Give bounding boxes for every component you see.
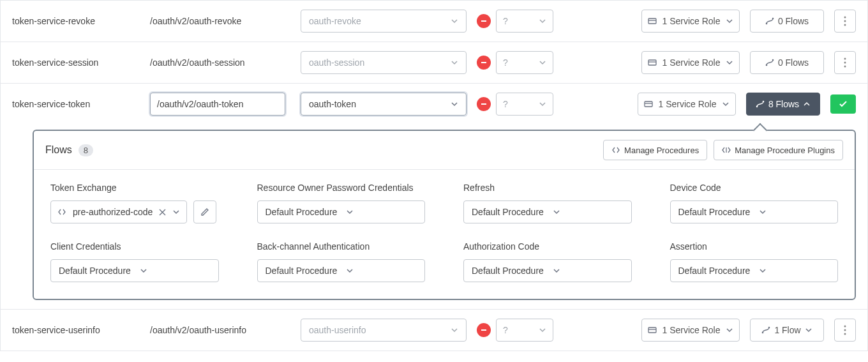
svg-point-13 <box>844 66 846 68</box>
svg-point-12 <box>844 62 846 64</box>
endpoint-name: token-service-session <box>12 57 140 68</box>
flow-item: Resource Owner Password Credentials Defa… <box>257 183 426 223</box>
role-icon <box>644 100 653 109</box>
row-menu-button[interactable] <box>834 51 856 74</box>
role-label: 1 Service Role <box>658 99 716 109</box>
endpoint-select-value: oauth-session <box>309 57 364 68</box>
flow-item: Device Code Default Procedure <box>670 183 839 223</box>
endpoint-select[interactable]: oauth-token <box>301 93 467 116</box>
svg-point-17 <box>763 101 765 103</box>
chevron-down-icon <box>346 208 354 216</box>
svg-point-20 <box>762 332 764 334</box>
status-indicator <box>477 323 491 337</box>
chevron-down-icon <box>346 267 354 275</box>
flows-body: Token Exchange pre-authorized-code Resou… <box>34 170 855 299</box>
procedure-tag-select[interactable]: pre-authorized-code <box>50 200 187 223</box>
flow-label: Resource Owner Password Credentials <box>257 183 426 193</box>
service-role-button[interactable]: 1 Service Role <box>638 93 736 116</box>
procedure-select[interactable]: Default Procedure <box>257 259 426 282</box>
procedure-value: Default Procedure <box>678 266 751 276</box>
flows-button[interactable]: 1 Flow <box>750 319 824 342</box>
procedure-select[interactable]: Default Procedure <box>463 259 632 282</box>
service-role-button[interactable]: 1 Service Role <box>641 10 740 33</box>
svg-point-9 <box>766 64 768 66</box>
svg-point-24 <box>844 333 846 335</box>
flow-item: Client Credentials Default Procedure <box>50 241 219 282</box>
flows-header: Flows 8 Manage Procedures Manage Procedu… <box>34 131 855 170</box>
endpoint-path: /oauth/v2/oauth-revoke <box>150 16 290 26</box>
flows-panel: Flows 8 Manage Procedures Manage Procedu… <box>33 130 856 300</box>
flows-title-group: Flows 8 <box>45 144 93 156</box>
role-icon <box>648 58 657 67</box>
endpoint-row-active: token-service-token oauth-token ? 1 Serv… <box>1 83 867 124</box>
procedure-value: Default Procedure <box>678 207 751 217</box>
endpoint-select[interactable]: oauth-session <box>301 51 467 74</box>
edit-procedure-button[interactable] <box>193 200 216 223</box>
chevron-down-icon <box>140 267 147 275</box>
endpoint-row: token-service-userinfo /oauth/v2/oauth-u… <box>1 309 867 351</box>
flow-label: Refresh <box>463 183 632 193</box>
flow-item-token-exchange: Token Exchange pre-authorized-code <box>50 183 219 223</box>
flow-icon <box>765 17 774 26</box>
flows-actions: Manage Procedures Manage Procedure Plugi… <box>603 140 843 160</box>
flow-item: Assertion Default Procedure <box>670 241 839 282</box>
flows-button[interactable]: 0 Flows <box>750 51 824 74</box>
status-indicator <box>477 56 491 70</box>
flow-item: Authorization Code Default Procedure <box>463 241 632 282</box>
status-select[interactable]: ? <box>496 319 553 342</box>
endpoints-table: token-service-revoke /oauth/v2/oauth-rev… <box>0 0 868 351</box>
procedure-select[interactable]: Default Procedure <box>670 200 839 223</box>
procedure-value: Default Procedure <box>266 207 338 217</box>
chevron-down-icon <box>539 326 546 334</box>
svg-point-5 <box>844 20 846 22</box>
chevron-up-icon <box>803 100 811 108</box>
commit-button[interactable] <box>830 94 856 114</box>
flows-label: 1 Flow <box>774 325 800 335</box>
flow-icon <box>765 58 774 67</box>
svg-point-10 <box>772 59 774 61</box>
row-menu-button[interactable] <box>834 319 856 342</box>
role-label: 1 Service Role <box>662 57 720 68</box>
close-icon[interactable] <box>159 209 166 216</box>
status-group: ? <box>477 10 553 33</box>
endpoint-select[interactable]: oauth-userinfo <box>301 319 467 342</box>
procedure-select[interactable]: Default Procedure <box>257 200 426 223</box>
status-indicator <box>477 97 491 111</box>
flows-button[interactable]: 0 Flows <box>750 10 824 33</box>
code-icon <box>611 146 620 155</box>
role-icon <box>648 326 657 335</box>
endpoint-select[interactable]: oauth-revoke <box>301 10 467 33</box>
svg-point-3 <box>772 18 774 20</box>
flow-label: Back-channel Authentication <box>257 241 426 252</box>
flow-label: Client Credentials <box>50 241 219 252</box>
procedure-select[interactable]: Default Procedure <box>50 259 219 282</box>
chevron-down-icon <box>451 326 458 334</box>
flow-item: Refresh Default Procedure <box>463 183 632 223</box>
service-role-button[interactable]: 1 Service Role <box>641 319 740 342</box>
status-select[interactable]: ? <box>496 10 553 33</box>
svg-rect-0 <box>648 19 656 24</box>
chevron-down-icon <box>539 17 546 25</box>
flows-label: 8 Flows <box>768 99 799 109</box>
procedure-select[interactable]: Default Procedure <box>463 200 632 223</box>
endpoint-path-input[interactable] <box>150 93 285 116</box>
procedure-value: Default Procedure <box>472 207 544 217</box>
flows-count-badge: 8 <box>79 144 93 156</box>
manage-plugins-button[interactable]: Manage Procedure Plugins <box>714 140 843 160</box>
flows-button-expanded[interactable]: 8 Flows <box>746 93 820 116</box>
status-select[interactable]: ? <box>496 51 553 74</box>
flows-label: 0 Flows <box>778 16 809 26</box>
flow-label: Authorization Code <box>463 241 632 252</box>
chevron-down-icon <box>726 326 733 334</box>
chevron-down-icon <box>553 208 560 216</box>
svg-point-6 <box>844 24 846 26</box>
chevron-down-icon <box>451 17 458 25</box>
status-select[interactable]: ? <box>496 93 553 116</box>
manage-procedures-button[interactable]: Manage Procedures <box>603 140 707 160</box>
procedure-select[interactable]: Default Procedure <box>670 259 839 282</box>
procedure-value: Default Procedure <box>59 266 131 276</box>
status-group: ? <box>477 51 553 74</box>
procedure-value: Default Procedure <box>472 266 544 276</box>
row-menu-button[interactable] <box>834 10 856 33</box>
service-role-button[interactable]: 1 Service Role <box>641 51 740 74</box>
